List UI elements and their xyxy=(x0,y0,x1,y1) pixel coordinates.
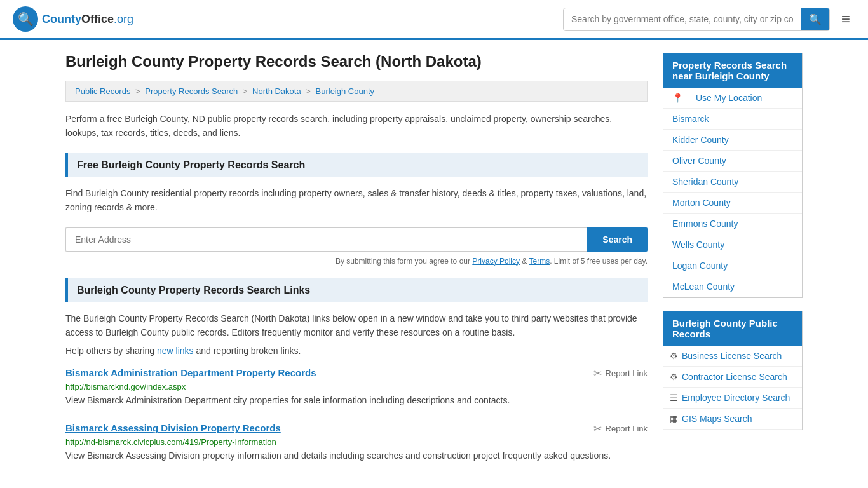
nearby-list: 📍 Use My Location Bismarck Kidder County… xyxy=(663,88,802,297)
address-search-form: Search xyxy=(65,227,648,252)
nearby-wells-county[interactable]: Wells County xyxy=(663,234,802,255)
list-item: Kidder County xyxy=(663,130,802,151)
nearby-logan-county[interactable]: Logan County xyxy=(663,255,802,276)
map-icon: ▦ xyxy=(663,414,678,424)
contractor-license-search-link[interactable]: Contractor License Search xyxy=(682,367,792,387)
public-records-list: ⚙ Business License Search ⚙ Contractor L… xyxy=(663,346,802,430)
breadcrumb-property-records-search[interactable]: Property Records Search xyxy=(145,86,238,96)
record-item: Bismarck Administration Department Prope… xyxy=(65,367,648,407)
list-icon: ☰ xyxy=(663,393,678,403)
links-description: The Burleigh County Property Records Sea… xyxy=(65,311,648,340)
breadcrumb-public-records[interactable]: Public Records xyxy=(75,86,130,96)
report-link-1[interactable]: ✂ Report Link xyxy=(593,367,648,379)
record-title-1[interactable]: Bismarck Administration Department Prope… xyxy=(65,367,316,378)
header-search-area: 🔍 ≡ xyxy=(563,8,855,31)
free-search-heading: Free Burleigh County Property Records Se… xyxy=(65,153,648,177)
nearby-bismarck[interactable]: Bismarck xyxy=(663,109,802,129)
report-icon-2: ✂ xyxy=(593,423,602,435)
form-terms: By submitting this form you agree to our… xyxy=(65,257,648,266)
gis-maps-search-link[interactable]: GIS Maps Search xyxy=(682,409,757,429)
list-item: Wells County xyxy=(663,234,802,255)
employee-directory-search-link[interactable]: Employee Directory Search xyxy=(682,388,795,408)
free-search-description: Find Burleigh County residential propert… xyxy=(65,186,648,215)
menu-icon[interactable]: ≡ xyxy=(836,8,855,30)
links-heading: Burleigh County Property Records Search … xyxy=(65,278,648,302)
nearby-box: Property Records Search near Burleigh Co… xyxy=(663,53,803,298)
gear-icon: ⚙ xyxy=(663,372,678,382)
use-my-location-link[interactable]: Use My Location xyxy=(687,88,771,108)
list-item: McLean County xyxy=(663,276,802,297)
list-item: Sheridan County xyxy=(663,172,802,193)
nearby-sheridan-county[interactable]: Sheridan County xyxy=(663,172,802,192)
list-item: ⚙ Business License Search xyxy=(663,346,802,367)
nearby-kidder-county[interactable]: Kidder County xyxy=(663,130,802,150)
links-section: Burleigh County Property Records Search … xyxy=(65,278,648,463)
report-link-2[interactable]: ✂ Report Link xyxy=(593,423,648,435)
free-search-section: Free Burleigh County Property Records Se… xyxy=(65,153,648,266)
list-item: ▦ GIS Maps Search xyxy=(663,409,802,430)
site-header: 🔍 CountyOffice.org 🔍 ≡ xyxy=(0,0,868,40)
business-license-search-link[interactable]: Business License Search xyxy=(682,346,787,366)
main-container: Burleigh County Property Records Search … xyxy=(53,40,815,488)
breadcrumb-burleigh-county[interactable]: Burleigh County xyxy=(316,86,375,96)
gear-icon: ⚙ xyxy=(663,351,678,361)
content-area: Burleigh County Property Records Search … xyxy=(65,53,648,478)
address-search-input[interactable] xyxy=(65,227,587,252)
logo-text: CountyOffice.org xyxy=(42,13,133,26)
global-search-input[interactable] xyxy=(564,9,801,29)
record-desc-1: View Bismarck Administration Department … xyxy=(65,394,648,407)
record-title-2[interactable]: Bismarck Assessing Division Property Rec… xyxy=(65,423,281,433)
new-links-link[interactable]: new links xyxy=(157,346,194,356)
nearby-morton-county[interactable]: Morton County xyxy=(663,193,802,213)
nearby-mclean-county[interactable]: McLean County xyxy=(663,276,802,297)
global-search-box: 🔍 xyxy=(563,8,830,31)
help-text: Help others by sharing new links and rep… xyxy=(65,346,648,356)
list-item: Bismarck xyxy=(663,109,802,130)
terms-link[interactable]: Terms xyxy=(529,257,550,266)
breadcrumb: Public Records > Property Records Search… xyxy=(65,81,648,102)
address-search-button[interactable]: Search xyxy=(587,227,648,252)
record-url-2: http://nd-bismarck.civicplus.com/419/Pro… xyxy=(65,437,648,447)
record-url-1: http://bismarcknd.gov/index.aspx xyxy=(65,382,648,391)
list-item: ⚙ Contractor License Search xyxy=(663,367,802,388)
page-title: Burleigh County Property Records Search … xyxy=(65,53,648,71)
intro-description: Perform a free Burleigh County, ND publi… xyxy=(65,112,648,140)
list-item: Logan County xyxy=(663,255,802,276)
sidebar: Property Records Search near Burleigh Co… xyxy=(663,53,803,478)
nearby-oliver-county[interactable]: Oliver County xyxy=(663,151,802,171)
public-records-title: Burleigh County Public Records xyxy=(663,311,802,346)
list-item: ☰ Employee Directory Search xyxy=(663,388,802,409)
use-my-location-item: 📍 Use My Location xyxy=(663,88,802,109)
list-item: Morton County xyxy=(663,193,802,214)
public-records-box: Burleigh County Public Records ⚙ Busines… xyxy=(663,311,803,430)
report-icon-1: ✂ xyxy=(593,367,602,379)
list-item: Emmons County xyxy=(663,214,802,234)
global-search-button[interactable]: 🔍 xyxy=(801,8,829,30)
logo-icon: 🔍 xyxy=(13,6,38,32)
breadcrumb-north-dakota[interactable]: North Dakota xyxy=(252,86,301,96)
location-icon: 📍 xyxy=(663,88,687,108)
list-item: Oliver County xyxy=(663,151,802,172)
record-item: Bismarck Assessing Division Property Rec… xyxy=(65,423,648,463)
nearby-title: Property Records Search near Burleigh Co… xyxy=(663,53,802,88)
privacy-policy-link[interactable]: Privacy Policy xyxy=(472,257,520,266)
logo: 🔍 CountyOffice.org xyxy=(13,6,133,32)
record-desc-2: View Bismarck Assessing Division propert… xyxy=(65,449,648,463)
nearby-emmons-county[interactable]: Emmons County xyxy=(663,214,802,234)
